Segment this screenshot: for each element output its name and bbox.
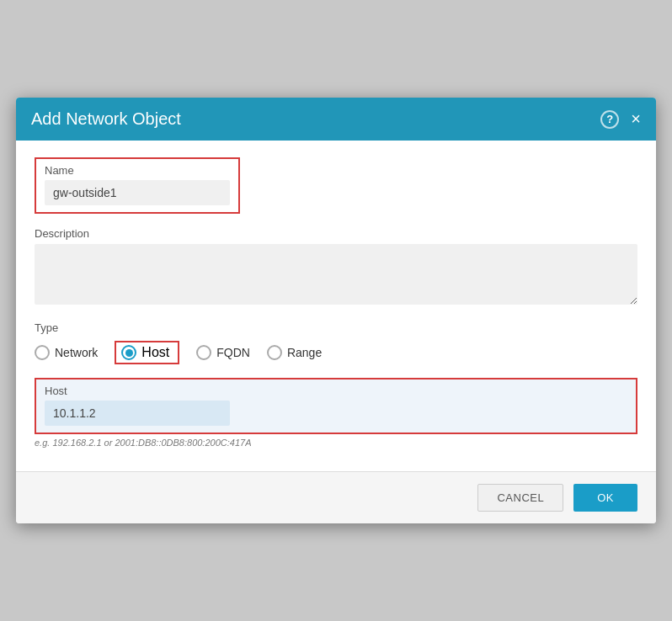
- dialog-title: Add Network Object: [31, 109, 181, 129]
- radio-host-label: Host: [141, 345, 169, 360]
- radio-range-circle: [267, 345, 282, 360]
- dialog-header: Add Network Object ? ×: [16, 98, 656, 141]
- radio-host-circle: [121, 345, 136, 360]
- host-hint: e.g. 192.168.2.1 or 2001:DB8::0DB8:800:2…: [35, 438, 637, 448]
- dialog-footer: CANCEL OK: [16, 471, 656, 523]
- description-label: Description: [35, 227, 637, 240]
- host-field-wrapper: Host: [35, 378, 637, 434]
- radio-host-wrapper[interactable]: Host: [115, 341, 179, 364]
- radio-range[interactable]: Range: [267, 345, 322, 360]
- cancel-button[interactable]: CANCEL: [477, 484, 563, 512]
- ok-button[interactable]: OK: [573, 484, 637, 512]
- radio-network-circle: [35, 345, 50, 360]
- add-network-object-dialog: Add Network Object ? × Name Description …: [16, 98, 656, 523]
- radio-fqdn[interactable]: FQDN: [196, 345, 250, 360]
- type-section: Type Network Host FQDN Range: [35, 321, 637, 364]
- dialog-body: Name Description Type Network Host: [16, 141, 656, 471]
- name-label: Name: [45, 164, 230, 177]
- name-input[interactable]: [45, 180, 230, 205]
- close-icon[interactable]: ×: [631, 109, 641, 129]
- radio-network-label: Network: [55, 346, 98, 359]
- name-section: Name: [35, 157, 637, 214]
- host-section: Host e.g. 192.168.2.1 or 2001:DB8::0DB8:…: [35, 378, 637, 448]
- dialog-header-icons: ? ×: [600, 109, 641, 129]
- type-label: Type: [35, 321, 637, 334]
- host-input[interactable]: [45, 401, 230, 426]
- radio-fqdn-label: FQDN: [216, 346, 250, 359]
- radio-network[interactable]: Network: [35, 345, 98, 360]
- name-field-wrapper: Name: [35, 157, 240, 214]
- type-options: Network Host FQDN Range: [35, 341, 637, 364]
- host-label: Host: [45, 385, 627, 397]
- radio-fqdn-circle: [196, 345, 211, 360]
- description-section: Description: [35, 227, 637, 308]
- radio-range-label: Range: [287, 346, 322, 359]
- help-icon[interactable]: ?: [600, 110, 619, 129]
- description-input[interactable]: [35, 244, 637, 305]
